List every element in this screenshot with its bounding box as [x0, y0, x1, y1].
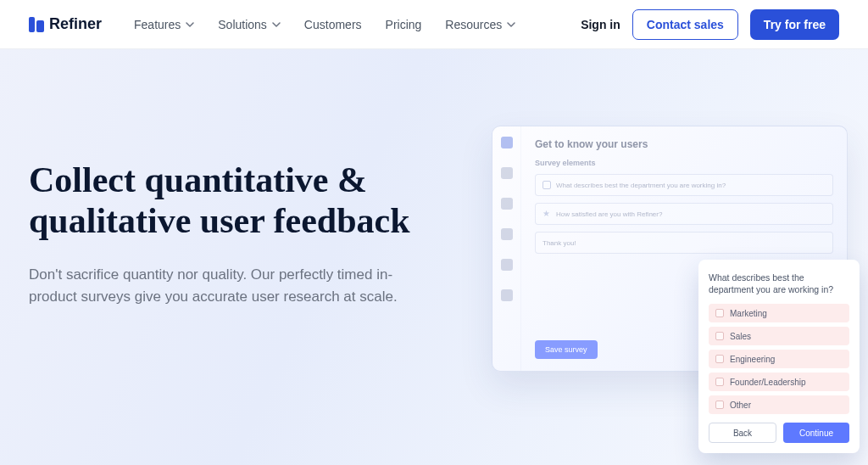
app-sidebar [492, 126, 521, 371]
app-title: Get to know your users [535, 138, 833, 150]
survey-element: How satisfied are you with Refiner? [535, 203, 833, 225]
nav-label: Resources [445, 18, 502, 31]
option-label: Marketing [730, 309, 767, 318]
checkbox-icon [715, 309, 724, 317]
save-survey-button[interactable]: Save survey [535, 340, 598, 359]
checkbox-icon [715, 355, 724, 363]
nav-resources[interactable]: Resources [445, 18, 515, 31]
chevron-down-icon [272, 20, 281, 29]
try-free-button[interactable]: Try for free [750, 9, 839, 40]
hero-headline: Collect quantitative & qualitative user … [29, 160, 436, 242]
nav-features[interactable]: Features [134, 18, 194, 31]
sidebar-icon [501, 228, 513, 240]
nav-solutions[interactable]: Solutions [218, 18, 281, 31]
sidebar-icon [501, 259, 513, 271]
popup-actions: Back Continue [709, 423, 849, 443]
popup-question: What describes best the department you a… [709, 272, 849, 295]
brand-name: Refiner [49, 15, 102, 33]
sign-in-link[interactable]: Sign in [581, 18, 620, 31]
option-label: Other [730, 401, 751, 410]
nav-right: Sign in Contact sales Try for free [581, 9, 839, 40]
popup-option[interactable]: Other [709, 395, 849, 414]
sidebar-icon [501, 137, 513, 148]
brand-logo[interactable]: Refiner [29, 15, 102, 33]
nav-label: Features [134, 18, 181, 31]
chevron-down-icon [186, 20, 194, 29]
popup-options: Marketing Sales Engineering Founder/Lead… [709, 304, 849, 414]
popup-continue-button[interactable]: Continue [783, 423, 849, 443]
popup-option[interactable]: Founder/Leadership [709, 373, 849, 391]
survey-element-label: How satisfied are you with Refiner? [556, 210, 662, 218]
option-label: Founder/Leadership [730, 378, 806, 387]
survey-element-label: Thank you! [542, 239, 576, 247]
option-label: Engineering [730, 355, 775, 364]
logo-icon [29, 17, 44, 32]
checkbox-icon [542, 181, 551, 189]
contact-sales-button[interactable]: Contact sales [632, 9, 738, 40]
checkbox-icon [715, 378, 724, 386]
popup-option[interactable]: Marketing [709, 304, 849, 322]
star-icon [542, 210, 551, 218]
survey-element: Thank you! [535, 232, 833, 254]
sidebar-icon [501, 289, 513, 301]
chevron-down-icon [507, 20, 515, 29]
hero-section: Collect quantitative & qualitative user … [0, 49, 868, 465]
popup-option[interactable]: Engineering [709, 350, 849, 368]
checkbox-icon [715, 401, 724, 409]
nav-label: Customers [304, 18, 362, 31]
top-nav: Refiner Features Solutions Customers Pri… [0, 0, 868, 49]
option-label: Sales [730, 332, 751, 341]
app-section-label: Survey elements [535, 159, 833, 167]
sidebar-icon [501, 198, 513, 210]
nav-label: Solutions [218, 18, 267, 31]
popup-option[interactable]: Sales [709, 327, 849, 345]
checkbox-icon [715, 332, 724, 340]
nav-pricing[interactable]: Pricing [386, 18, 422, 31]
sidebar-icon [501, 167, 513, 179]
survey-element-label: What describes best the department you a… [556, 182, 726, 189]
survey-element: What describes best the department you a… [535, 174, 833, 196]
nav-customers[interactable]: Customers [304, 18, 362, 31]
hero-subtitle: Don't sacrifice quantity nor quality. Ou… [29, 264, 402, 309]
nav-label: Pricing [386, 18, 422, 31]
primary-nav: Features Solutions Customers Pricing Res… [134, 18, 515, 31]
survey-popup: What describes best the department you a… [698, 260, 860, 453]
popup-back-button[interactable]: Back [709, 423, 776, 443]
